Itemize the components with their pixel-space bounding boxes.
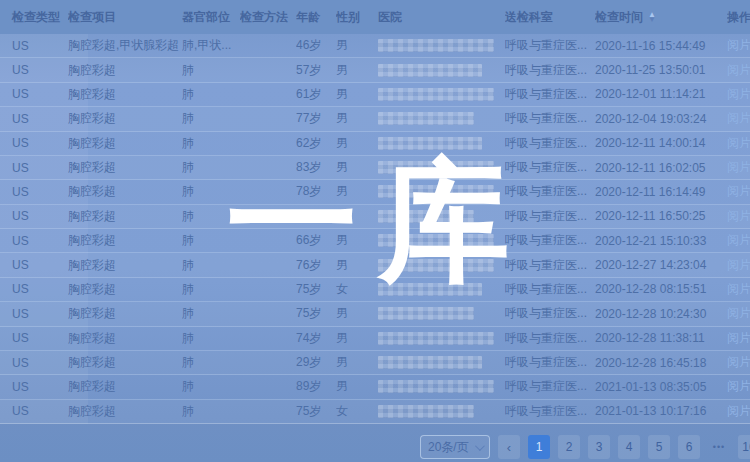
cell-action: 阅片 <box>727 278 750 301</box>
cell-age: 77岁 <box>296 107 336 130</box>
page-number-button[interactable]: 5 <box>648 435 670 459</box>
view-images-link[interactable]: 阅片 <box>727 86 750 103</box>
cell-gender: 男 <box>336 302 378 325</box>
table-row: US 胸腔彩超 肺 62岁 男 呼吸与重症医... 2020-12-11 14:… <box>0 132 750 156</box>
cell-gender: 男 <box>336 351 378 374</box>
sort-descending-icon[interactable]: ▼ <box>648 17 656 22</box>
cell-exam-item: 胸腔彩超 <box>68 253 182 276</box>
column-header-gender: 性别 <box>336 0 378 34</box>
cell-exam-type: US <box>0 107 68 130</box>
cell-gender: 男 <box>336 327 378 350</box>
cell-method <box>240 156 296 179</box>
cell-exam-item: 胸腔彩超 <box>68 156 182 179</box>
cell-gender: 男 <box>336 375 378 398</box>
column-header-exam-type: 检查类型 <box>0 0 68 34</box>
table-header-row: 检查类型 检查项目 器官部位 检查方法 年龄 性别 医院 送检科室 检查时间 ▲… <box>0 0 750 34</box>
cell-age: 66岁 <box>296 229 336 252</box>
cell-exam-time: 2021-01-13 08:35:05 <box>595 375 727 398</box>
hospital-redacted-block <box>378 210 474 223</box>
chevron-down-icon <box>475 441 485 451</box>
view-images-link[interactable]: 阅片 <box>727 378 750 395</box>
cell-action: 阅片 <box>727 180 750 203</box>
cell-organ: 肺 <box>182 180 240 203</box>
cell-hospital <box>378 156 505 179</box>
page-number-button[interactable]: 1 <box>528 435 550 459</box>
cell-exam-type: US <box>0 278 68 301</box>
cell-gender: 男 <box>336 253 378 276</box>
page-number-button[interactable]: 16 <box>738 435 750 459</box>
page-number-button[interactable]: 4 <box>618 435 640 459</box>
cell-gender: 女 <box>336 205 378 228</box>
page-number-button[interactable]: 2 <box>558 435 580 459</box>
prev-page-button[interactable]: ‹ <box>498 435 520 459</box>
column-header-hospital: 医院 <box>378 0 505 34</box>
table-row: US 胸腔彩超 肺 78岁 男 呼吸与重症医... 2020-12-11 16:… <box>0 180 750 204</box>
cell-department: 呼吸与重症医... <box>505 156 595 179</box>
cell-action: 阅片 <box>727 229 750 252</box>
cell-age: 62岁 <box>296 132 336 155</box>
column-header-exam-time[interactable]: 检查时间 ▲ ▼ <box>595 0 727 34</box>
cell-organ: 肺 <box>182 58 240 81</box>
cell-organ: 肺 <box>182 156 240 179</box>
cell-gender: 女 <box>336 400 378 423</box>
cell-age: 29岁 <box>296 351 336 374</box>
cell-action: 阅片 <box>727 58 750 81</box>
cell-exam-type: US <box>0 205 68 228</box>
column-header-exam-item: 检查项目 <box>68 0 182 34</box>
table-row: US 胸腔彩超 肺 89岁 男 呼吸与重症医... 2021-01-13 08:… <box>0 375 750 399</box>
table-row: US 胸腔彩超 肺 75岁 女 呼吸与重症医... 2020-12-28 08:… <box>0 278 750 302</box>
cell-department: 呼吸与重症医... <box>505 302 595 325</box>
page-number-button[interactable]: 3 <box>588 435 610 459</box>
view-images-link[interactable]: 阅片 <box>727 232 750 249</box>
view-images-link[interactable]: 阅片 <box>727 135 750 152</box>
page-size-select[interactable]: 20条/页 <box>420 435 490 459</box>
cell-organ: 肺 <box>182 83 240 106</box>
cell-organ: 肺 <box>182 253 240 276</box>
cell-department: 呼吸与重症医... <box>505 107 595 130</box>
cell-hospital <box>378 83 505 106</box>
cell-hospital <box>378 229 505 252</box>
cell-hospital <box>378 351 505 374</box>
cell-exam-item: 胸腔彩超 <box>68 83 182 106</box>
view-images-link[interactable]: 阅片 <box>727 354 750 371</box>
view-images-link[interactable]: 阅片 <box>727 159 750 176</box>
view-images-link[interactable]: 阅片 <box>727 37 750 54</box>
view-images-link[interactable]: 阅片 <box>727 62 750 79</box>
sort-icon[interactable]: ▲ ▼ <box>648 12 656 22</box>
cell-exam-time: 2021-01-13 10:17:16 <box>595 400 727 423</box>
hospital-redacted-block <box>378 332 494 345</box>
cell-organ: 肺 <box>182 327 240 350</box>
hospital-redacted-block <box>378 185 494 198</box>
view-images-link[interactable]: 阅片 <box>727 403 750 420</box>
cell-exam-time: 2020-12-04 19:03:24 <box>595 107 727 130</box>
page-number-button[interactable]: ••• <box>708 435 730 459</box>
cell-exam-time: 2020-11-16 15:44:49 <box>595 34 727 57</box>
view-images-link[interactable]: 阅片 <box>727 208 750 225</box>
cell-exam-item: 胸腔彩超 <box>68 58 182 81</box>
cell-hospital <box>378 132 505 155</box>
page-number-button[interactable]: 6 <box>678 435 700 459</box>
cell-gender: 男 <box>336 58 378 81</box>
view-images-link[interactable]: 阅片 <box>727 110 750 127</box>
table-row: US 胸腔彩超 肺 74岁 男 呼吸与重症医... 2020-12-28 11:… <box>0 327 750 351</box>
cell-age: 61岁 <box>296 83 336 106</box>
cell-organ: 肺 <box>182 400 240 423</box>
cell-method <box>240 375 296 398</box>
cell-department: 呼吸与重症医... <box>505 83 595 106</box>
cell-hospital <box>378 58 505 81</box>
cell-age: 74岁 <box>296 327 336 350</box>
pagination-controls: 20条/页 ‹ 123456•••16 › <box>420 435 750 459</box>
column-header-action: 操作 <box>727 0 750 34</box>
hospital-redacted-block <box>378 283 482 296</box>
cell-action: 阅片 <box>727 107 750 130</box>
cell-gender: 男 <box>336 180 378 203</box>
view-images-link[interactable]: 阅片 <box>727 257 750 274</box>
cell-organ: 肺 <box>182 132 240 155</box>
view-images-link[interactable]: 阅片 <box>727 330 750 347</box>
cell-department: 呼吸与重症医... <box>505 278 595 301</box>
hospital-redacted-block <box>378 88 494 101</box>
view-images-link[interactable]: 阅片 <box>727 281 750 298</box>
view-images-link[interactable]: 阅片 <box>727 305 750 322</box>
cell-hospital <box>378 302 505 325</box>
view-images-link[interactable]: 阅片 <box>727 183 750 200</box>
